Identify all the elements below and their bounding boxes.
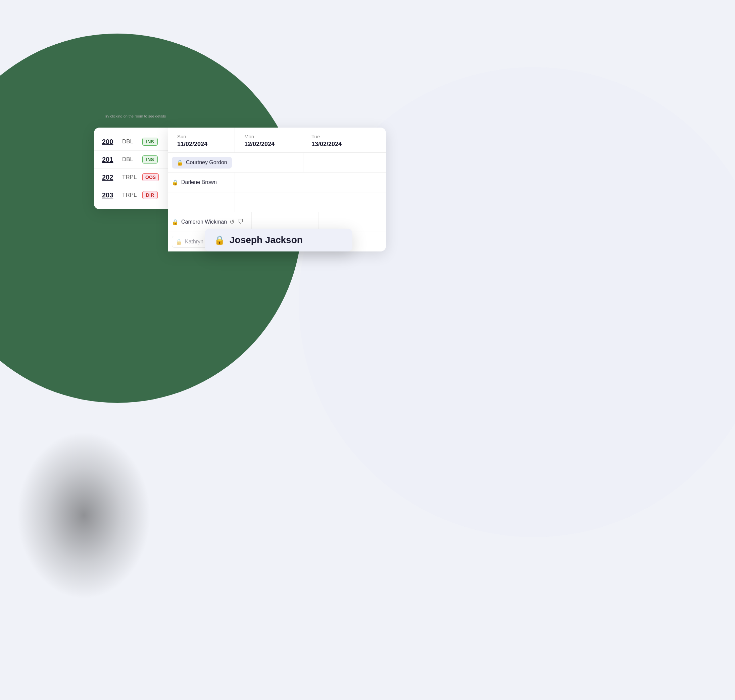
calendar-panel: Sun 11/02/2024 Mon 12/02/2024 Tue 13/02/… [168, 128, 386, 251]
calendar-cell-1-0[interactable]: 🔒 Darlene Brown [168, 172, 235, 192]
tree-icon-cameron[interactable]: ⛉ [238, 219, 244, 226]
calendar-row-1: 🔒 Darlene Brown [168, 172, 386, 193]
guest-name-cameron: Cameron Wickman [181, 219, 227, 225]
room-type-203: TRPL [122, 192, 138, 199]
room-badge-201: INS [142, 156, 158, 163]
calendar-cell-0-1[interactable] [236, 153, 303, 172]
room-item-202[interactable]: 202 TRPL OOS [94, 169, 168, 186]
day-name-sun: Sun [177, 134, 225, 139]
main-content: 200 DBL INS 201 DBL INS 202 TRPL OOS 203… [94, 128, 386, 251]
room-badge-203: DIR [142, 191, 158, 199]
calendar-row-0: 🔒 Courtney Gordon [168, 153, 386, 172]
room-type-200: DBL [122, 138, 138, 145]
day-header-mon: Mon 12/02/2024 [235, 128, 302, 152]
room-item-200[interactable]: 200 DBL INS [94, 133, 168, 151]
calendar-rows: 🔒 Courtney Gordon 🔒 Darlene Brown [168, 153, 386, 251]
calendar-cell-0-0[interactable]: 🔒 Courtney Gordon [168, 153, 236, 172]
room-number-202: 202 [102, 174, 118, 181]
calendar-cell-2-0[interactable] [168, 193, 235, 212]
day-header-sun: Sun 11/02/2024 [168, 128, 235, 152]
calendar-cell-1-1[interactable] [235, 172, 302, 192]
guest-cell-cameron[interactable]: 🔒 Cameron Wickman ↺ ⛉ [172, 218, 247, 226]
hint-text: Try clicking on the room to see details [104, 114, 166, 118]
calendar-row-2: 🔒 Joseph Jackson [168, 193, 386, 212]
room-item-201[interactable]: 201 DBL INS [94, 151, 168, 169]
room-number-200: 200 [102, 138, 118, 146]
room-badge-200: INS [142, 138, 158, 146]
lock-icon-darlene: 🔒 [172, 179, 179, 186]
room-list: 200 DBL INS 201 DBL INS 202 TRPL OOS 203… [94, 128, 168, 209]
calendar-cell-2-2[interactable] [302, 193, 369, 212]
day-header-tue: Tue 13/02/2024 [302, 128, 369, 152]
day-date-tue: 13/02/2024 [312, 141, 360, 148]
calendar-cell-1-2[interactable] [302, 172, 369, 192]
room-number-201: 201 [102, 156, 118, 163]
lock-icon-joseph: 🔒 [214, 235, 225, 246]
room-type-201: DBL [122, 156, 138, 163]
room-type-202: TRPL [122, 174, 138, 181]
lock-icon-cameron: 🔒 [172, 219, 179, 225]
joseph-jackson-name: Joseph Jackson [229, 235, 303, 246]
lock-icon-kathryn: 🔒 [175, 239, 182, 245]
day-name-mon: Mon [244, 134, 293, 139]
guest-cell-courtney[interactable]: 🔒 Courtney Gordon [172, 157, 232, 169]
action-icons-cameron: ↺ ⛉ [229, 218, 247, 226]
lock-icon-courtney: 🔒 [176, 159, 183, 166]
room-badge-202: OOS [142, 173, 159, 181]
day-date-sun: 11/02/2024 [177, 141, 225, 148]
guest-name-darlene: Darlene Brown [181, 179, 217, 185]
day-name-tue: Tue [312, 134, 360, 139]
joseph-jackson-popup[interactable]: 🔒 Joseph Jackson [205, 229, 353, 251]
calendar-cell-0-2[interactable] [303, 153, 370, 172]
texture-overlay [17, 431, 151, 599]
guest-name-courtney: Courtney Gordon [186, 159, 227, 166]
day-date-mon: 12/02/2024 [244, 141, 293, 148]
calendar-header: Sun 11/02/2024 Mon 12/02/2024 Tue 13/02/… [168, 128, 386, 153]
calendar-cell-2-1[interactable] [235, 193, 302, 212]
room-item-203[interactable]: 203 TRPL DIR [94, 186, 168, 204]
guest-cell-darlene[interactable]: 🔒 Darlene Brown [172, 179, 217, 186]
refresh-icon-cameron[interactable]: ↺ [229, 218, 235, 226]
room-number-203: 203 [102, 191, 118, 199]
